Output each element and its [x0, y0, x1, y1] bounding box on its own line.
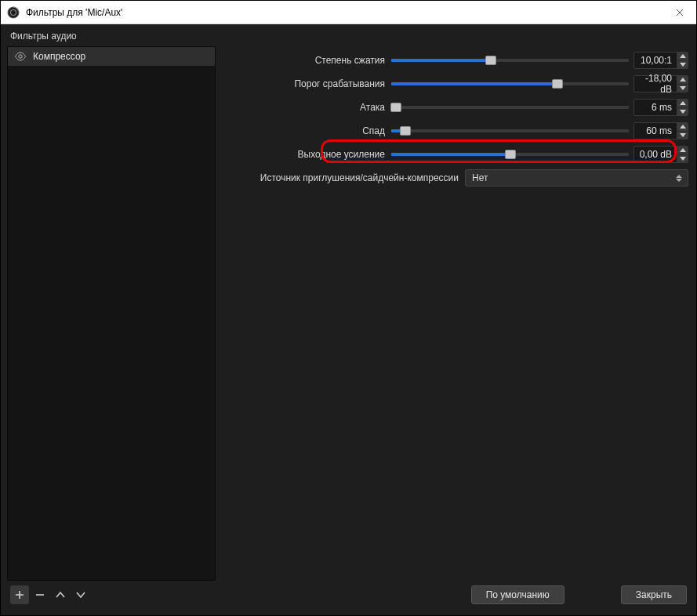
sidechain-label: Источник приглушения/сайдчейн-компрессии — [222, 172, 465, 183]
release-step-up[interactable] — [677, 123, 688, 131]
prop-sidechain: Источник приглушения/сайдчейн-компрессии… — [222, 167, 688, 189]
audio-filters-label: Фильтры аудио — [7, 29, 690, 46]
prop-release: Спад 60 ms — [222, 120, 688, 142]
gain-label: Выходное усиление — [222, 149, 391, 160]
release-label: Спад — [222, 125, 391, 136]
attack-value[interactable]: 6 ms — [634, 100, 677, 115]
app-icon — [7, 6, 20, 19]
filters-window: Фильтры для 'Mic/Aux' Фильтры аудио Комп… — [0, 0, 697, 616]
prop-gain: Выходное усиление 0,00 dB — [222, 143, 688, 165]
body: Фильтры аудио Компрессор Степень сжатия — [1, 24, 696, 615]
threshold-step-up[interactable] — [677, 76, 688, 84]
gain-value[interactable]: 0,00 dB — [634, 147, 677, 162]
sidechain-value: Нет — [472, 172, 673, 183]
ratio-slider[interactable] — [391, 59, 629, 62]
properties-panel: Степень сжатия 10,00:1 — [222, 46, 690, 190]
filter-item-label: Компрессор — [33, 51, 85, 62]
sidechain-combo[interactable]: Нет — [465, 169, 688, 187]
close-button[interactable]: Закрыть — [621, 585, 687, 604]
threshold-value[interactable]: -18,00 dB — [634, 76, 677, 92]
attack-slider[interactable] — [391, 106, 629, 109]
attack-spinbox[interactable]: 6 ms — [633, 99, 688, 116]
footer: По умолчанию Закрыть — [7, 581, 690, 609]
titlebar: Фильтры для 'Mic/Aux' — [1, 1, 696, 24]
filter-item-compressor[interactable]: Компрессор — [8, 47, 215, 66]
attack-step-up[interactable] — [677, 100, 688, 107]
ratio-value[interactable]: 10,00:1 — [634, 53, 677, 68]
gain-step-up[interactable] — [677, 147, 688, 154]
attack-label: Атака — [222, 102, 391, 113]
release-value[interactable]: 60 ms — [634, 123, 677, 139]
ratio-step-down[interactable] — [677, 60, 688, 69]
prop-attack: Атака 6 ms — [222, 96, 688, 118]
defaults-button[interactable]: По умолчанию — [471, 585, 564, 604]
threshold-spinbox[interactable]: -18,00 dB — [633, 75, 688, 92]
chevron-updown-icon — [673, 175, 684, 182]
ratio-spinbox[interactable]: 10,00:1 — [633, 52, 688, 69]
ratio-step-up[interactable] — [677, 53, 688, 60]
attack-step-down[interactable] — [677, 107, 688, 116]
ratio-label: Степень сжатия — [222, 55, 391, 66]
window-title: Фильтры для 'Mic/Aux' — [26, 7, 122, 18]
move-up-button[interactable] — [51, 585, 70, 604]
release-step-down[interactable] — [677, 131, 688, 140]
threshold-slider[interactable] — [391, 82, 629, 85]
prop-threshold: Порог срабатывания -18,00 dB — [222, 73, 688, 95]
release-spinbox[interactable]: 60 ms — [633, 122, 688, 140]
add-filter-button[interactable] — [10, 585, 29, 604]
threshold-step-down[interactable] — [677, 84, 688, 92]
prop-ratio: Степень сжатия 10,00:1 — [222, 49, 688, 71]
remove-filter-button[interactable] — [31, 585, 49, 604]
gain-step-down[interactable] — [677, 154, 688, 163]
threshold-label: Порог срабатывания — [222, 78, 391, 89]
move-down-button[interactable] — [71, 585, 90, 604]
close-icon[interactable] — [670, 6, 690, 19]
gain-slider[interactable] — [391, 153, 629, 156]
visibility-icon[interactable] — [14, 50, 27, 63]
svg-point-2 — [19, 55, 22, 58]
release-slider[interactable] — [391, 129, 629, 132]
gain-spinbox[interactable]: 0,00 dB — [633, 146, 688, 163]
filter-list[interactable]: Компрессор — [7, 46, 216, 581]
